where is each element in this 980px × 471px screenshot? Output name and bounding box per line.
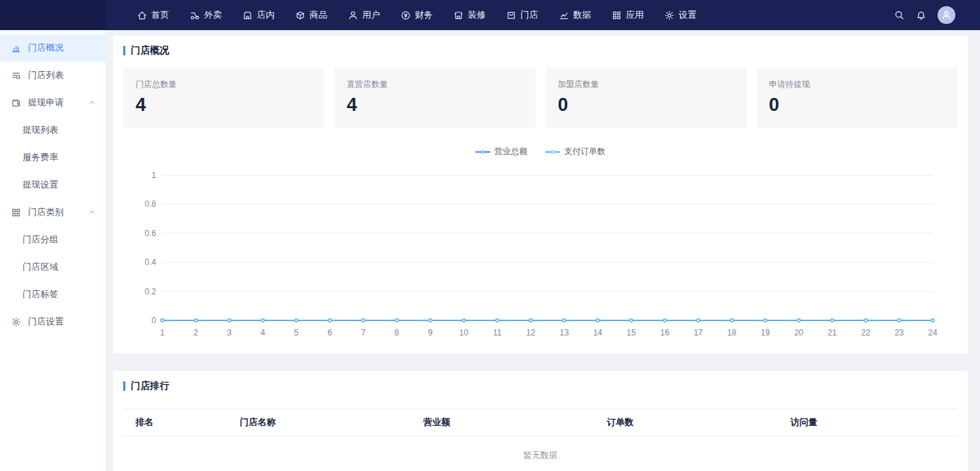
goods-icon <box>295 10 305 21</box>
top-nav-label: 数据 <box>573 9 591 21</box>
legend-label: 营业总额 <box>494 146 527 157</box>
svg-text:15: 15 <box>627 328 636 338</box>
data-icon <box>559 10 569 21</box>
sidebar-subitem-label: 服务费率 <box>23 151 58 164</box>
instore-icon <box>242 10 253 21</box>
list-search-icon <box>11 71 21 81</box>
chart-bar-icon <box>11 43 21 53</box>
stat-value: 4 <box>347 94 523 116</box>
svg-text:1: 1 <box>160 328 165 338</box>
stat-label: 直营店数量 <box>347 79 523 90</box>
top-nav-decorate[interactable]: 装修 <box>453 0 486 30</box>
top-nav-label: 门店 <box>520 9 538 21</box>
top-nav-store[interactable]: 门店 <box>506 0 538 30</box>
sidebar-item-category[interactable]: 门店类别 <box>0 199 105 226</box>
sidebar-subitem-label: 提现设置 <box>23 179 58 191</box>
svg-text:4: 4 <box>260 328 265 338</box>
stat-value: 0 <box>558 94 734 116</box>
svg-text:17: 17 <box>694 328 703 338</box>
store-icon <box>506 10 516 21</box>
top-nav-goods[interactable]: 商品 <box>295 0 327 30</box>
sidebar-subitem-label: 提现列表 <box>23 124 58 136</box>
page-title: 门店概况 <box>131 44 169 57</box>
line-chart: 00.20.40.60.8112345678910111213141516171… <box>123 167 957 340</box>
sidebar-item-withdraw[interactable]: 提现申请 <box>0 89 105 116</box>
sidebar-item-label: 门店设置 <box>28 316 64 328</box>
top-nav-label: 装修 <box>468 9 486 21</box>
topbar: 首页外卖店内商品用户财务装修门店数据应用设置 <box>0 0 980 30</box>
stat-card-direct-stores: 直营店数量4 <box>334 68 535 128</box>
avatar[interactable] <box>938 6 955 24</box>
svg-text:8: 8 <box>394 328 399 338</box>
top-nav: 首页外卖店内商品用户财务装修门店数据应用设置 <box>137 0 696 30</box>
decorate-icon <box>453 10 464 21</box>
svg-text:2: 2 <box>194 328 199 338</box>
top-nav-label: 财务 <box>415 9 433 21</box>
sidebar-subitem-service-rate[interactable]: 服务费率 <box>0 144 105 171</box>
svg-text:10: 10 <box>460 328 469 338</box>
apps-icon <box>612 10 622 21</box>
overview-panel: 门店概况 门店总数量4直营店数量4加盟店数量0申请待提现0 营业总额支付订单数 … <box>113 36 968 353</box>
legend-item-revenue[interactable]: 营业总额 <box>475 146 527 157</box>
ranking-column-2: 营业额 <box>415 409 599 436</box>
sidebar-subitem-store-region[interactable]: 门店区域 <box>0 253 105 281</box>
legend-item-paid-orders[interactable]: 支付订单数 <box>545 146 605 157</box>
top-nav-home[interactable]: 首页 <box>137 0 169 30</box>
sidebar-item-label: 门店列表 <box>28 69 64 81</box>
svg-text:0.6: 0.6 <box>145 229 156 238</box>
top-nav-apps[interactable]: 应用 <box>612 0 644 30</box>
chevron-up-icon <box>88 208 96 216</box>
svg-text:16: 16 <box>660 328 670 338</box>
sidebar-subitem-store-tag[interactable]: 门店标签 <box>0 281 105 308</box>
stat-cards: 门店总数量4直营店数量4加盟店数量0申请待提现0 <box>123 68 957 128</box>
ranking-column-3: 订单数 <box>599 409 782 436</box>
stat-value: 0 <box>769 94 945 116</box>
top-nav-label: 首页 <box>151 9 169 21</box>
top-nav-label: 应用 <box>626 9 644 21</box>
svg-text:24: 24 <box>928 328 938 338</box>
sidebar-subitem-label: 门店区域 <box>23 261 58 273</box>
stat-label: 申请待提现 <box>769 79 945 90</box>
top-nav-label: 店内 <box>257 9 275 21</box>
stat-value: 4 <box>136 94 312 116</box>
top-nav-settings[interactable]: 设置 <box>664 0 696 30</box>
sidebar-subitem-withdraw-setting[interactable]: 提现设置 <box>0 171 105 199</box>
svg-text:9: 9 <box>428 328 433 338</box>
bell-icon[interactable] <box>916 10 927 21</box>
ranking-panel: 门店排行 排名门店名称营业额订单数访问量 暂无数据 <box>113 371 968 471</box>
overview-section-title: 门店概况 <box>123 44 957 57</box>
ranking-table: 排名门店名称营业额订单数访问量 暂无数据 <box>123 409 957 471</box>
top-nav-finance[interactable]: 财务 <box>401 0 433 30</box>
svg-text:18: 18 <box>727 328 737 338</box>
line-chart-svg: 00.20.40.60.8112345678910111213141516171… <box>123 167 957 340</box>
takeout-icon <box>190 10 200 21</box>
stat-card-franchise-stores: 加盟店数量0 <box>546 68 746 128</box>
svg-text:23: 23 <box>894 328 904 338</box>
stat-card-total-stores: 门店总数量4 <box>123 68 324 128</box>
ranking-section-title: 门店排行 <box>123 380 957 392</box>
search-icon[interactable] <box>894 10 905 21</box>
sidebar-item-store-list[interactable]: 门店列表 <box>0 62 105 89</box>
svg-text:7: 7 <box>361 328 366 338</box>
sidebar-item-label: 提现申请 <box>28 97 64 109</box>
top-nav-user[interactable]: 用户 <box>348 0 380 30</box>
main-content: 门店概况 门店总数量4直营店数量4加盟店数量0申请待提现0 营业总额支付订单数 … <box>106 30 980 471</box>
sidebar-item-overview[interactable]: 门店概况 <box>0 34 105 62</box>
top-nav-instore[interactable]: 店内 <box>242 0 275 30</box>
chart-legend: 营业总额支付订单数 <box>123 146 957 157</box>
top-nav-data[interactable]: 数据 <box>559 0 591 30</box>
svg-text:0.8: 0.8 <box>145 199 156 209</box>
gear-icon <box>11 317 21 327</box>
top-nav-takeout[interactable]: 外卖 <box>190 0 222 30</box>
person-icon <box>941 10 952 21</box>
svg-text:11: 11 <box>493 328 502 338</box>
legend-label: 支付订单数 <box>564 146 605 157</box>
settings-icon <box>664 10 675 21</box>
sidebar-subitem-withdraw-list[interactable]: 提现列表 <box>0 116 105 144</box>
legend-line-marker-icon <box>475 151 490 153</box>
wallet-icon <box>11 98 21 108</box>
top-nav-label: 用户 <box>362 9 380 21</box>
sidebar-subitem-store-group[interactable]: 门店分组 <box>0 226 105 253</box>
svg-text:3: 3 <box>227 328 231 338</box>
sidebar-item-store-setting[interactable]: 门店设置 <box>0 308 105 335</box>
